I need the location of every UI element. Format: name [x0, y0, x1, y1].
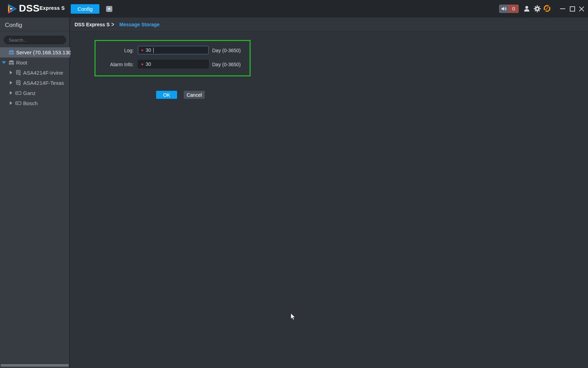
brand-subtitle: Express S	[40, 5, 65, 11]
ok-button[interactable]: OK	[156, 91, 177, 99]
alarm-info-label: Alarm Info:	[92, 62, 134, 67]
settings-gear-icon[interactable]	[533, 5, 541, 13]
collapse-caret-icon[interactable]	[2, 61, 6, 64]
chevron-right-icon: >	[111, 21, 114, 28]
tree-item-label: Root	[16, 60, 27, 66]
cancel-button[interactable]: Cancel	[184, 91, 205, 99]
search-input[interactable]	[4, 38, 72, 43]
tree-item-label: ASA4214F-Texas	[23, 80, 64, 86]
log-field[interactable]	[138, 46, 209, 54]
tree-item-label: Bosch	[23, 100, 38, 106]
main-content: DSS Express S > Message Storage Log: Day…	[71, 18, 588, 368]
tree-item-root[interactable]: Root	[0, 57, 70, 68]
alarm-info-input[interactable]	[143, 61, 209, 67]
close-button[interactable]	[576, 0, 587, 18]
dss-logo-icon	[8, 4, 18, 14]
device-tree: Server (70.168.153.130) Root	[0, 47, 70, 108]
server-icon	[8, 49, 14, 55]
log-label: Log:	[92, 48, 134, 53]
alarm-sound-button[interactable]: 0	[499, 5, 519, 13]
nvr-icon	[15, 90, 21, 96]
organization-icon	[8, 60, 14, 66]
breadcrumb: DSS Express S > Message Storage	[71, 18, 588, 32]
alarm-count-badge: 0	[509, 5, 519, 13]
horizontal-scrollbar-thumb[interactable]	[1, 364, 69, 367]
alarm-info-unit: Day (0-3650)	[212, 62, 241, 67]
expand-caret-icon[interactable]	[10, 101, 12, 105]
tree-item-label: Ganz	[23, 90, 36, 96]
brand-title: DSS	[19, 3, 40, 14]
text-cursor	[153, 48, 154, 53]
speaker-icon	[499, 5, 509, 13]
sidebar: Config Server (70.	[0, 18, 70, 368]
search-box[interactable]	[4, 36, 66, 44]
tree-item-label: ASA4214F-Irvine	[23, 70, 63, 76]
nvr-icon	[15, 100, 21, 106]
mouse-cursor	[290, 313, 296, 321]
tree-item-label: Server (70.168.153.130)	[16, 49, 73, 55]
tree-item-bosch[interactable]: Bosch	[0, 98, 70, 108]
alarm-info-field[interactable]	[138, 60, 209, 68]
tree-item-asa4214f-texas[interactable]: ASA4214F-Texas	[0, 78, 70, 88]
log-unit: Day (0-3650)	[212, 48, 241, 53]
breadcrumb-parent[interactable]: DSS Express S	[75, 22, 110, 27]
divider	[0, 31, 70, 31]
tree-item-ganz[interactable]: Ganz	[0, 88, 70, 98]
new-tab-button[interactable]: +	[106, 6, 112, 12]
annotation-highlight-box	[94, 40, 251, 76]
user-icon[interactable]	[523, 5, 531, 13]
tree-item-server[interactable]: Server (70.168.153.130)	[0, 47, 70, 57]
horizontal-scrollbar	[0, 364, 69, 367]
device-icon	[15, 80, 21, 86]
sidebar-title: Config	[5, 22, 22, 29]
titlebar: DSS Express S Config + 0	[0, 0, 588, 18]
minimize-button[interactable]	[557, 0, 568, 18]
expand-caret-icon[interactable]	[10, 81, 12, 84]
breadcrumb-current: Message Storage	[119, 22, 160, 27]
expand-caret-icon[interactable]	[10, 71, 12, 74]
network-status-gauge-icon[interactable]	[543, 5, 551, 12]
dss-express-window: DSS Express S Config + 0	[0, 0, 588, 368]
tab-config[interactable]: Config	[71, 4, 99, 14]
tree-item-asa4214f-irvine[interactable]: ASA4214F-Irvine	[0, 68, 70, 78]
device-icon	[15, 70, 21, 76]
expand-caret-icon[interactable]	[10, 91, 12, 95]
